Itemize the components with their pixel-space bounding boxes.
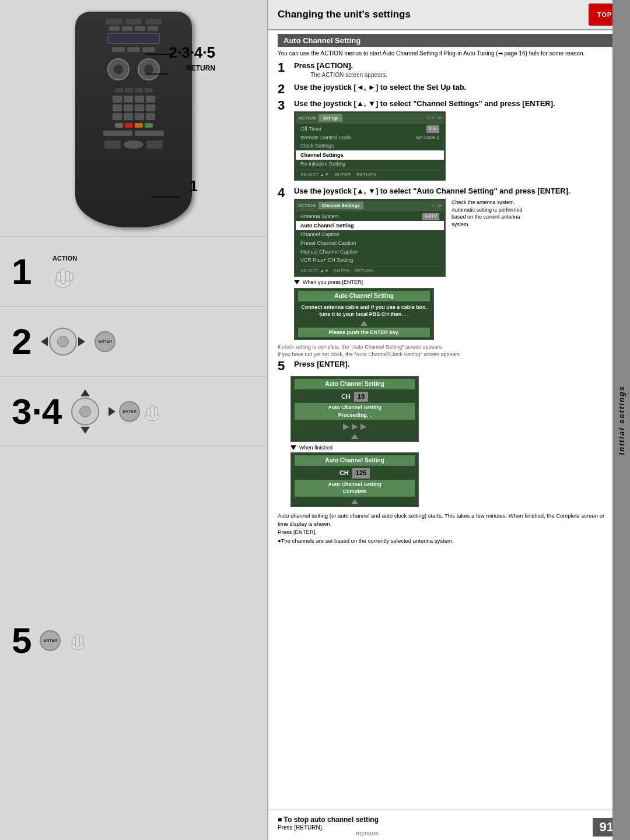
menu2-tab: Channel Settings — [318, 202, 363, 209]
ch-display: CH 18 — [295, 392, 415, 402]
bottom-notes: Auto channel setting (or auto channel an… — [278, 509, 621, 547]
triangle-up-icon — [360, 321, 368, 326]
complete-ch-display: CH 125 — [295, 468, 415, 478]
content-area: You can use the ACTION menus to start Au… — [268, 50, 630, 547]
to-stop-heading: ■ To stop auto channel setting — [278, 814, 379, 824]
triangle-up-3 — [351, 499, 358, 504]
label-2345: 2·3·4·5 — [169, 44, 215, 62]
menu2-row-2-selected: Auto Channel Setting — [296, 221, 444, 231]
menu1-tab: Set Up — [318, 114, 342, 122]
to-stop-section: ■ To stop auto channel setting Press [RE… — [278, 814, 379, 837]
step-5-right: If clock setting is complete, the "Auto … — [278, 343, 621, 507]
label-1: 1 — [190, 177, 198, 195]
progress-box: Auto Channel Setting CH 18 Auto Channel … — [290, 376, 419, 442]
menu2-row-3: Channel Caption — [296, 230, 444, 239]
step-num-5: 5 — [278, 360, 290, 372]
svg-rect-7 — [69, 273, 73, 281]
when-finished: When finished — [290, 444, 621, 452]
menu2-row-5: Manual Channel Caption — [296, 248, 444, 256]
section-heading: Auto Channel Setting — [278, 34, 621, 47]
menu1-row-4-selected: Channel Settings — [296, 150, 444, 160]
menu1-action-label: ACTION — [298, 115, 316, 121]
menu-2-area: ACTION Channel Settings ⚙ ♪ ▶ Antenna Sy… — [294, 199, 570, 277]
enter-btn-34: ENTER — [119, 401, 140, 422]
clock-note: If clock setting is complete, the "Auto … — [278, 343, 621, 358]
menu-screenshot-2: ACTION Channel Settings ⚙ ♪ ▶ Antenna Sy… — [294, 199, 446, 277]
step34-number: 3·4 — [12, 393, 62, 430]
menu2-action-label: ACTION — [298, 202, 316, 209]
svg-rect-4 — [61, 269, 65, 284]
step-num-4: 4 — [278, 187, 290, 199]
menu2-note: Check the antenna system. Automatic sett… — [452, 199, 533, 277]
step-num-2: 2 — [278, 83, 290, 96]
step-2-section: 2 ENTER — [0, 306, 267, 376]
menu1-row-3: Clock Settings — [296, 142, 444, 150]
menu2-row-4: Preset Channel Caption — [296, 239, 444, 248]
bottom-note-3: ●The channels are set based on the curre… — [278, 537, 611, 545]
ch-value: 18 — [354, 392, 368, 402]
arrow-right-1: ▶ — [343, 421, 349, 433]
complete-header: Auto Channel Setting — [295, 455, 415, 466]
step1-label: ACTION — [52, 255, 77, 262]
page-footer: ■ To stop auto channel setting Press [RE… — [268, 810, 630, 840]
step-text-5: Press [ENTER]. — [294, 360, 349, 370]
auto-channel-header-1: Auto Channel Setting — [298, 291, 430, 301]
menu2-icons: ⚙ ♪ ▶ — [366, 203, 442, 209]
step-item-4: 4 Use the joystick [▲, ▼] to select "Aut… — [278, 187, 621, 340]
step-1-section: 1 ACTION — [0, 236, 267, 306]
sidebar-band: Initial settings — [612, 0, 630, 840]
svg-rect-13 — [76, 634, 80, 647]
step-5-section: 5 ENTER — [0, 446, 267, 834]
svg-rect-10 — [155, 407, 158, 416]
menu1-icons: ⚙ ⚙ ♪ ▶ — [345, 115, 442, 121]
auto-channel-text-1: Connect antenna cable and if you use a c… — [298, 304, 430, 318]
step-item-3: 3 Use the joystick [▲, ▼] to select "Cha… — [278, 99, 621, 183]
step-item-1: 1 Press [ACTION]. The ACTION screen appe… — [278, 61, 621, 79]
hand-icon-1 — [52, 264, 74, 289]
svg-rect-6 — [57, 272, 61, 282]
menu1-row-2: Remote Control CodeSet Code 1 — [296, 133, 444, 142]
step-item-5: 5 Press [ENTER]. — [278, 360, 621, 372]
svg-rect-11 — [147, 408, 150, 416]
progress-header: Auto Channel Setting — [295, 379, 415, 389]
joystick-ud-icon — [68, 388, 103, 435]
triangle-icon — [294, 280, 300, 284]
joystick-lr-icon — [40, 324, 86, 359]
label-return: RETURN — [186, 64, 215, 72]
remote-wrapper: 2·3·4·5 RETURN 1 — [46, 12, 221, 227]
menu1-footer: SELECT ▲▼ENTERRETURN — [296, 170, 444, 179]
arrow-right-2: ▶ — [352, 421, 358, 433]
step-34-section: 3·4 ENTER — [0, 376, 267, 446]
hand-icon-5 — [69, 630, 86, 651]
step-sub-1: The ACTION screen appears. — [310, 71, 387, 79]
svg-rect-9 — [150, 405, 155, 418]
complete-text: Auto Channel SettingComplete — [295, 480, 415, 497]
step-text-2: Use the joystick [◄, ►] to select the Se… — [294, 83, 466, 93]
arrows-row: ▶ ▶ ▶ — [295, 421, 415, 433]
complete-ch-value: 125 — [352, 468, 370, 478]
enter-btn-5: ENTER — [40, 630, 61, 651]
menu-screenshot-1: ACTION Set Up ⚙ ⚙ ♪ ▶ Off Timer6 hr Remo… — [294, 111, 446, 181]
page-title: Changing the unit's settings — [278, 9, 411, 20]
auto-channel-box-1: Auto Channel Setting Connect antenna cab… — [294, 288, 434, 340]
model-number: RQT6035 — [278, 831, 379, 837]
arrow-right-3: ▶ — [360, 421, 367, 433]
complete-box: Auto Channel Setting CH 125 Auto Channel… — [290, 452, 419, 507]
sidebar-label: Initial settings — [617, 385, 626, 455]
step5-number: 5 — [12, 623, 32, 659]
bottom-note-1: Auto channel setting (or auto channel an… — [278, 512, 611, 529]
menu2-footer: SELECT ▲▼ENTERRETURN — [296, 266, 444, 275]
step2-number: 2 — [12, 324, 32, 360]
left-panel: 2·3·4·5 RETURN 1 1 ACTION — [0, 0, 268, 840]
step-text-3: Use the joystick [▲, ▼] to select "Chann… — [294, 99, 555, 109]
auto-channel-btn-1: Please push the ENTER key. — [298, 328, 430, 338]
triangle-down-2 — [290, 445, 296, 450]
step-text-1: Press [ACTION]. — [294, 61, 387, 71]
step-num-3: 3 — [278, 99, 290, 112]
triangle-up-2 — [351, 434, 358, 439]
when-press-enter: When you press [ENTER] — [294, 279, 570, 286]
menu1-row-1: Off Timer6 hr — [296, 125, 444, 133]
enter-btn-2: ENTER — [94, 331, 116, 352]
step-text-4: Use the joystick [▲, ▼] to select "Auto … — [294, 187, 570, 196]
menu1-row-5: Re-initialize Setting — [296, 160, 444, 168]
